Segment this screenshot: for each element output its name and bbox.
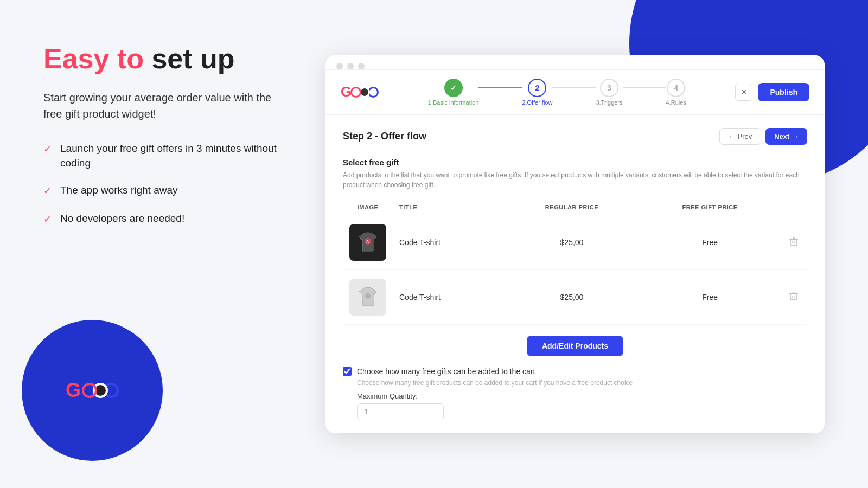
col-title: TITLE bbox=[393, 200, 504, 215]
delete-button-1[interactable] bbox=[789, 236, 799, 248]
step-line-3 bbox=[623, 87, 666, 88]
window-chrome bbox=[326, 55, 825, 70]
product-img-cell-2 bbox=[343, 269, 393, 324]
tshirt-icon-dark: A bbox=[355, 229, 381, 255]
logo-circle-red bbox=[350, 87, 361, 98]
section-title: Select free gift bbox=[343, 158, 807, 167]
checkbox-row: Choose how many free gifts can be added … bbox=[343, 367, 807, 376]
product-thumb-1: A bbox=[349, 224, 386, 261]
col-gift-price: FREE GIFT PRICE bbox=[640, 200, 780, 215]
chrome-dot-3 bbox=[358, 63, 365, 69]
free-gift-checkbox[interactable] bbox=[343, 367, 352, 376]
trash-icon-1 bbox=[789, 236, 799, 246]
step-circle-1: ✓ bbox=[444, 79, 463, 97]
product-title-cell-2: Code T-shirt bbox=[393, 269, 504, 324]
step-label-4: 4.Rules bbox=[666, 99, 686, 106]
step-title: Step 2 - Offer flow bbox=[343, 131, 426, 142]
select-free-gift-section: Select free gift Add products to the lis… bbox=[343, 158, 807, 420]
step-circle-3: 3 bbox=[600, 79, 618, 97]
svg-point-7 bbox=[365, 293, 371, 299]
checkbox-hint: Choose how many free gift products can b… bbox=[357, 379, 807, 387]
ring-red bbox=[82, 383, 97, 398]
app-header: G ✓ 1.Basic information 2 2.Offer flow bbox=[326, 70, 825, 115]
col-price: REGULAR PRICE bbox=[504, 200, 640, 215]
product-thumb-2 bbox=[349, 279, 386, 316]
step-4: 4 4.Rules bbox=[666, 79, 686, 106]
step-title-row: Step 2 - Offer flow ← Prev Next → bbox=[343, 128, 807, 145]
col-actions bbox=[780, 200, 807, 215]
free-gift-cell-1: Free bbox=[640, 215, 780, 269]
right-panel: G ✓ 1.Basic information 2 2.Offer flow bbox=[315, 0, 868, 488]
feature-text-1: Launch your free gift offers in 3 minute… bbox=[60, 142, 282, 170]
step-1: ✓ 1.Basic information bbox=[428, 79, 479, 106]
feature-text-2: The app works right away bbox=[60, 183, 178, 198]
col-image: IMAGE bbox=[343, 200, 393, 215]
table-header-row: IMAGE TITLE REGULAR PRICE FREE GIFT PRIC… bbox=[343, 200, 807, 215]
checkbox-label: Choose how many free gifts can be added … bbox=[357, 367, 535, 376]
svg-text:A: A bbox=[366, 240, 369, 243]
logo-circles bbox=[353, 87, 379, 98]
headline-easy: Easy bbox=[43, 43, 109, 74]
header-actions: × Publish bbox=[735, 83, 809, 101]
publish-button[interactable]: Publish bbox=[758, 83, 809, 101]
tshirt-icon-light bbox=[355, 284, 381, 310]
close-button[interactable]: × bbox=[735, 84, 752, 101]
feature-item-1: ✓ Launch your free gift offers in 3 minu… bbox=[43, 142, 282, 170]
app-logo: G bbox=[341, 84, 379, 100]
delete-cell-2 bbox=[780, 269, 807, 324]
nav-buttons: ← Prev Next → bbox=[719, 128, 807, 145]
bottom-logo: G bbox=[66, 379, 119, 402]
logo-g-letter: G bbox=[341, 84, 352, 100]
step-line-1 bbox=[478, 87, 522, 88]
step-circle-4: 4 bbox=[667, 79, 685, 97]
quantity-label: Maximum Quantity: bbox=[357, 392, 807, 400]
product-img-cell-1: A bbox=[343, 215, 393, 269]
section-desc: Add products to the list that you want t… bbox=[343, 170, 807, 190]
step-label-3: 3.Triggers bbox=[596, 99, 622, 106]
delete-button-2[interactable] bbox=[789, 291, 799, 303]
next-button[interactable]: Next → bbox=[765, 128, 807, 145]
headline-setup: set up bbox=[151, 43, 234, 74]
step-label-1: 1.Basic information bbox=[428, 99, 479, 106]
svg-rect-2 bbox=[790, 239, 797, 245]
delete-cell-1 bbox=[780, 215, 807, 269]
table-row: Code T-shirt $25,00 Free bbox=[343, 269, 807, 324]
subtext: Start growing your average order value w… bbox=[43, 89, 282, 122]
price-cell-2: $25,00 bbox=[504, 269, 640, 324]
step-label-2: 2.Offer flow bbox=[522, 99, 552, 106]
add-edit-row: Add/Edit Products bbox=[343, 336, 807, 356]
bottom-logo-rings bbox=[82, 383, 119, 398]
check-icon-1: ✓ bbox=[43, 143, 52, 156]
features-list: ✓ Launch your free gift offers in 3 minu… bbox=[43, 142, 282, 226]
chrome-dot-1 bbox=[336, 63, 343, 69]
step-3: 3 3.Triggers bbox=[596, 79, 622, 106]
step-line-2 bbox=[552, 87, 596, 88]
chrome-dot-2 bbox=[347, 63, 354, 69]
table-row: A Code T-shirt $25,00 Free bbox=[343, 215, 807, 269]
logo-circle-decoration: G bbox=[22, 320, 163, 461]
step-2: 2 2.Offer flow bbox=[522, 79, 552, 106]
check-icon-3: ✓ bbox=[43, 213, 52, 226]
add-edit-button[interactable]: Add/Edit Products bbox=[527, 336, 623, 356]
bottom-logo-g: G bbox=[66, 379, 81, 402]
svg-rect-8 bbox=[790, 294, 797, 300]
feature-text-3: No developers are needed! bbox=[60, 211, 184, 226]
app-window: G ✓ 1.Basic information 2 2.Offer flow bbox=[326, 55, 825, 433]
headline-to: to bbox=[117, 43, 144, 74]
feature-item-2: ✓ The app works right away bbox=[43, 183, 282, 198]
feature-item-3: ✓ No developers are needed! bbox=[43, 211, 282, 226]
product-title-cell-1: Code T-shirt bbox=[393, 215, 504, 269]
headline: Easy to set up bbox=[43, 43, 282, 74]
check-icon-2: ✓ bbox=[43, 184, 52, 198]
quantity-input[interactable] bbox=[357, 403, 444, 420]
trash-icon-2 bbox=[789, 291, 799, 301]
step-circle-2: 2 bbox=[528, 79, 546, 97]
products-table: IMAGE TITLE REGULAR PRICE FREE GIFT PRIC… bbox=[343, 200, 807, 325]
free-gift-cell-2: Free bbox=[640, 269, 780, 324]
prev-button[interactable]: ← Prev bbox=[719, 128, 761, 145]
app-content: Step 2 - Offer flow ← Prev Next → Select… bbox=[326, 115, 825, 433]
steps-bar: ✓ 1.Basic information 2 2.Offer flow 3 3… bbox=[390, 79, 724, 106]
price-cell-1: $25,00 bbox=[504, 215, 640, 269]
